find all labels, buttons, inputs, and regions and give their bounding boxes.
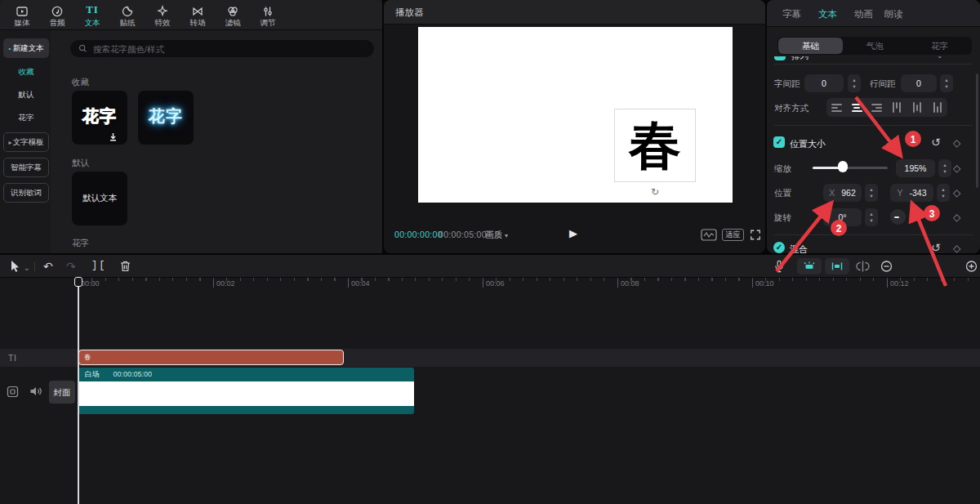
waveform-view-button[interactable] — [701, 229, 717, 241]
stepper-down-icon[interactable]: ▼ — [940, 84, 953, 89]
track-visibility-icon[interactable] — [7, 386, 19, 398]
fancy-text-card-green[interactable]: 花字 — [72, 91, 127, 145]
subtab-fancy[interactable]: 花字 — [907, 37, 972, 55]
stepper-up-icon[interactable]: ▲ — [937, 187, 950, 192]
fullscreen-icon[interactable] — [750, 229, 761, 241]
rotate-input[interactable]: 0° — [823, 208, 862, 226]
select-tool-icon[interactable] — [10, 260, 21, 273]
tab-subtitle[interactable]: 字幕 — [782, 8, 801, 20]
position-y-input[interactable]: Y-343 — [890, 184, 933, 202]
cover-button[interactable]: 封面 — [49, 381, 75, 404]
tab-effects[interactable]: 特效 — [145, 2, 180, 29]
nav-lyrics[interactable]: 识别歌词 — [3, 183, 49, 203]
position-size-checkbox[interactable]: ✓ — [773, 136, 785, 148]
tab-adjust[interactable]: 调节 — [251, 2, 285, 29]
letter-spacing-input[interactable]: 0 — [804, 74, 844, 92]
arrange-checkbox[interactable]: ✓ — [774, 56, 786, 60]
align-vertical-middle-button[interactable] — [907, 98, 928, 117]
subtab-basic[interactable]: 基础 — [778, 38, 843, 54]
split-button[interactable]: ][ — [91, 260, 106, 273]
text-clip-label: 春 — [84, 353, 91, 361]
zoom-in-icon[interactable] — [965, 260, 978, 273]
keyframe-diamond-icon[interactable]: ◇ — [953, 163, 960, 174]
rotate-knob[interactable] — [890, 209, 906, 225]
stepper-up-icon[interactable]: ▲ — [865, 212, 878, 216]
scale-stepper[interactable]: ▲▼ — [938, 159, 951, 177]
tab-text-props[interactable]: 文本 — [818, 8, 837, 20]
blend-section-checkbox[interactable]: ✓ — [773, 242, 785, 253]
scale-slider-handle[interactable] — [838, 161, 848, 172]
stepper-down-icon[interactable]: ▼ — [865, 194, 878, 198]
playhead-handle[interactable] — [74, 277, 82, 287]
default-text-card-label: 默认文本 — [72, 193, 127, 204]
tab-reading[interactable]: 朗读 — [884, 8, 903, 20]
stepper-down-icon[interactable]: ▼ — [938, 169, 951, 174]
keyframe-diamond-icon[interactable]: ◇ — [953, 243, 960, 253]
rotate-stepper[interactable]: ▲▼ — [865, 208, 878, 226]
main-track-magnet-toggle[interactable] — [797, 258, 822, 274]
stepper-up-icon[interactable]: ▲ — [865, 187, 878, 192]
select-tool-caret-icon[interactable]: ⌄ — [24, 261, 30, 274]
subtab-bubble[interactable]: 气泡 — [843, 37, 907, 55]
scale-value-input[interactable]: 195% — [896, 159, 935, 177]
keyframe-diamond-icon[interactable]: ◇ — [953, 187, 960, 198]
nav-text-template[interactable]: ▸文字模板 — [3, 132, 49, 152]
playhead-line[interactable] — [78, 278, 79, 504]
undo-button[interactable]: ↶ — [43, 260, 53, 273]
position-x-input[interactable]: X962 — [823, 184, 862, 202]
fancy-text-card-blue[interactable]: 花字 — [138, 91, 194, 145]
preview-axis-icon[interactable] — [856, 260, 870, 273]
stepper-up-icon[interactable]: ▲ — [848, 78, 861, 83]
track-mute-icon[interactable] — [29, 386, 42, 397]
delete-button[interactable] — [119, 260, 131, 273]
play-button[interactable]: ▶ — [569, 227, 582, 240]
fit-button[interactable]: 适应 — [722, 229, 744, 241]
auto-snap-toggle[interactable] — [825, 258, 849, 274]
default-text-card[interactable]: 默认文本 — [72, 172, 127, 225]
letter-spacing-stepper[interactable]: ▲▼ — [848, 74, 861, 92]
text-clip[interactable]: 春 — [78, 350, 344, 365]
tab-audio[interactable]: 音频 — [40, 2, 74, 29]
position-y-stepper[interactable]: ▲▼ — [937, 184, 950, 202]
nav-smart-caption[interactable]: 智能字幕 — [3, 158, 49, 177]
tab-filter[interactable]: 滤镜 — [216, 2, 250, 29]
record-voiceover-icon[interactable] — [773, 260, 786, 273]
tab-media[interactable]: 媒体 — [5, 2, 39, 29]
align-right-button[interactable] — [866, 98, 887, 117]
canvas-text[interactable]: 春 — [615, 114, 695, 176]
stepper-up-icon[interactable]: ▲ — [940, 78, 953, 83]
line-spacing-input[interactable]: 0 — [901, 74, 937, 92]
stepper-down-icon[interactable]: ▼ — [848, 84, 861, 89]
keyframe-diamond-icon[interactable]: ◇ — [953, 137, 960, 149]
preview-canvas[interactable]: 春 ↻ — [418, 27, 733, 203]
line-spacing-stepper[interactable]: ▲▼ — [940, 74, 953, 92]
tab-animation[interactable]: 动画 — [854, 8, 873, 20]
nav-new-text[interactable]: •新建文本 — [3, 38, 49, 58]
nav-favorites[interactable]: 收藏 — [3, 62, 49, 82]
tab-transition[interactable]: 转场 — [180, 2, 215, 29]
nav-default[interactable]: 默认 — [3, 85, 49, 105]
stepper-up-icon[interactable]: ▲ — [938, 163, 951, 167]
reset-icon[interactable]: ↺ — [931, 241, 941, 253]
tab-text[interactable]: TI 文本 — [75, 2, 109, 29]
position-x-stepper[interactable]: ▲▼ — [865, 184, 878, 202]
align-center-button[interactable] — [847, 98, 867, 117]
search-input[interactable] — [70, 40, 374, 57]
inspector-scrollbar[interactable] — [976, 74, 978, 188]
align-vertical-top-button[interactable] — [887, 98, 907, 117]
stepper-down-icon[interactable]: ▼ — [865, 218, 878, 223]
collapse-chevron-icon[interactable]: ⌄ — [937, 56, 943, 60]
text-selection-box[interactable]: 春 — [614, 109, 696, 182]
reset-icon[interactable]: ↺ — [931, 136, 941, 149]
align-vertical-bottom-button[interactable] — [927, 98, 947, 117]
tab-sticker[interactable]: 贴纸 — [110, 2, 145, 29]
nav-huazi[interactable]: 花字 — [3, 108, 49, 127]
zoom-out-icon[interactable] — [880, 260, 893, 273]
rotate-handle-icon[interactable]: ↻ — [649, 186, 661, 198]
keyframe-diamond-icon[interactable]: ◇ — [953, 212, 960, 223]
align-left-button[interactable] — [826, 98, 847, 117]
stepper-down-icon[interactable]: ▼ — [937, 194, 950, 198]
quality-dropdown[interactable]: 画质▾ — [485, 230, 508, 241]
redo-button[interactable]: ↷ — [66, 260, 76, 273]
video-clip[interactable]: 白场 00:00:05:00 — [78, 368, 414, 414]
